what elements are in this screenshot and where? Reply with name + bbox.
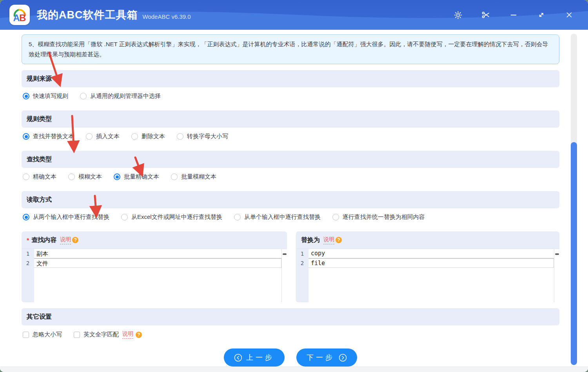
editor-scrollbar[interactable] xyxy=(554,249,559,302)
radio-selected-icon[interactable] xyxy=(23,133,29,140)
checkbox-icon[interactable] xyxy=(23,332,29,338)
replace-with-panel-header: 替换为 说明 ? xyxy=(296,231,559,249)
required-asterisk: * xyxy=(27,237,29,244)
radio-option-insert-text[interactable]: 插入文本 xyxy=(86,133,120,140)
svg-text:B: B xyxy=(19,13,26,23)
settings-icon[interactable] xyxy=(453,10,463,20)
radio-label: 批量精确文本 xyxy=(124,173,159,181)
radio-icon[interactable] xyxy=(131,133,138,140)
radio-icon[interactable] xyxy=(86,133,93,140)
radio-option-convert-case[interactable]: 转换字母大小写 xyxy=(177,133,228,140)
find-type-options: 精确文本 模糊文本 批量精确文本 批量模糊文本 xyxy=(22,168,559,185)
radio-option-delete-text[interactable]: 删除文本 xyxy=(131,133,165,140)
radio-label: 快速填写规则 xyxy=(33,92,68,100)
rule-type-options: 查找并替换文本 插入文本 删除文本 转换字母大小写 xyxy=(22,128,559,145)
radio-label: 从单个输入框中逐行查找替换 xyxy=(244,213,321,221)
svg-text:A: A xyxy=(13,13,20,23)
radio-label: 从Excel文件或网址中逐行查找替换 xyxy=(131,213,222,221)
rule-source-options: 快速填写规则 从通用的规则管理器中选择 xyxy=(22,87,559,105)
previous-step-button[interactable]: 上一步 xyxy=(224,349,285,367)
notice-box: 5、模糊查找功能采用「微软 .NET 正则表达式解析引擎」来实现，「正则表达式」… xyxy=(22,34,559,64)
app-title: 我的ABC软件工具箱 xyxy=(37,8,138,22)
radio-icon[interactable] xyxy=(234,214,241,220)
editor-panels-row: * 查找内容 说明 ? 1 2 副本 文件 xyxy=(22,231,559,302)
editor-scrollbar-thumb[interactable] xyxy=(555,253,559,255)
next-step-button[interactable]: 下一步 xyxy=(296,349,357,367)
window-controls xyxy=(453,10,579,20)
question-icon[interactable]: ? xyxy=(136,332,142,338)
find-content-help-link[interactable]: 说明 xyxy=(60,236,71,244)
radio-icon[interactable] xyxy=(80,93,87,99)
question-icon[interactable]: ? xyxy=(336,237,342,243)
chevron-right-circle-icon xyxy=(339,354,347,362)
section-header-rule-type: 规则类型 xyxy=(22,110,559,128)
radio-selected-icon[interactable] xyxy=(23,93,29,99)
radio-option-find-replace-text[interactable]: 查找并替换文本 xyxy=(23,133,74,140)
radio-selected-icon[interactable] xyxy=(23,214,29,220)
replace-with-help-link[interactable]: 说明 xyxy=(323,236,334,244)
page-scrollbar-thumb[interactable] xyxy=(571,142,577,365)
app-window: A B 我的ABC软件工具箱 WodeABC v6.39.0 xyxy=(0,0,588,372)
question-icon[interactable]: ? xyxy=(72,237,78,243)
radio-option-replace-same-content[interactable]: 逐行查找并统一替换为相同内容 xyxy=(332,213,425,221)
checkbox-label: 英文全字匹配 xyxy=(83,331,119,338)
radio-label: 删除文本 xyxy=(142,133,165,140)
radio-option-batch-exact-text[interactable]: 批量精确文本 xyxy=(114,173,159,181)
main-content: 5、模糊查找功能采用「微软 .NET 正则表达式解析引擎」来实现，「正则表达式」… xyxy=(0,30,588,367)
radio-label: 转换字母大小写 xyxy=(187,133,228,140)
minimize-icon[interactable] xyxy=(509,10,518,20)
checkbox-icon[interactable] xyxy=(74,332,80,338)
editor-line[interactable]: 副本 xyxy=(34,249,281,258)
checkbox-label: 忽略大小写 xyxy=(33,331,62,338)
radio-selected-icon[interactable] xyxy=(114,173,120,180)
find-content-text-area[interactable]: 副本 文件 xyxy=(34,249,281,302)
editor-scrollbar[interactable] xyxy=(281,249,287,302)
line-number-gutter: 1 2 xyxy=(296,249,309,302)
line-number-gutter: 1 2 xyxy=(22,249,34,302)
editor-line[interactable]: file xyxy=(309,258,554,268)
radio-option-quick-fill-rule[interactable]: 快速填写规则 xyxy=(23,92,68,100)
checkbox-option-ignore-case[interactable]: 忽略大小写 xyxy=(23,331,62,338)
checkbox-option-whole-word-match[interactable]: 英文全字匹配 说明 ? xyxy=(74,330,142,339)
radio-icon[interactable] xyxy=(177,133,183,140)
whole-word-help-link[interactable]: 说明 xyxy=(122,330,133,339)
radio-option-exact-text[interactable]: 精确文本 xyxy=(23,173,56,181)
radio-label: 从通用的规则管理器中选择 xyxy=(90,92,161,100)
radio-option-single-input-box[interactable]: 从单个输入框中逐行查找替换 xyxy=(234,213,321,221)
replace-with-text-area[interactable]: copy file xyxy=(309,249,554,302)
find-content-editor[interactable]: 1 2 副本 文件 xyxy=(22,249,287,302)
radio-option-two-input-boxes[interactable]: 从两个输入框中逐行查找替换 xyxy=(23,213,109,221)
section-header-other-settings: 其它设置 xyxy=(22,308,559,325)
radio-option-from-rule-manager[interactable]: 从通用的规则管理器中选择 xyxy=(80,92,161,100)
radio-icon[interactable] xyxy=(68,173,75,180)
replace-with-editor[interactable]: 1 2 copy file xyxy=(296,249,559,302)
editor-line[interactable]: 文件 xyxy=(34,258,281,268)
editor-scrollbar-thumb[interactable] xyxy=(283,253,287,255)
radio-option-fuzzy-text[interactable]: 模糊文本 xyxy=(68,173,102,181)
section-header-find-type: 查找类型 xyxy=(22,151,559,168)
find-content-panel-header: * 查找内容 说明 ? xyxy=(22,231,287,249)
radio-label: 批量模糊文本 xyxy=(181,173,216,181)
radio-label: 模糊文本 xyxy=(78,173,102,181)
find-content-title: 查找内容 xyxy=(31,236,56,244)
page-scrollbar-track[interactable] xyxy=(571,34,577,365)
editor-line[interactable]: copy xyxy=(309,249,554,258)
radio-label: 精确文本 xyxy=(33,173,56,181)
radio-option-excel-or-url[interactable]: 从Excel文件或网址中逐行查找替换 xyxy=(121,213,222,221)
radio-option-batch-fuzzy-text[interactable]: 批量模糊文本 xyxy=(171,173,216,181)
radio-icon[interactable] xyxy=(121,214,128,220)
radio-icon[interactable] xyxy=(23,173,29,180)
close-icon[interactable] xyxy=(564,10,574,20)
radio-label: 从两个输入框中逐行查找替换 xyxy=(33,213,109,221)
other-settings-options: 忽略大小写 英文全字匹配 说明 ? xyxy=(22,325,559,343)
radio-icon[interactable] xyxy=(332,214,339,220)
section-header-rule-source: 规则来源 xyxy=(22,70,559,87)
chevron-left-circle-icon xyxy=(234,354,242,362)
radio-icon[interactable] xyxy=(171,173,178,180)
wizard-footer: 上一步 下一步 xyxy=(22,349,559,367)
next-step-label: 下一步 xyxy=(307,353,335,362)
section-header-read-mode: 读取方式 xyxy=(22,191,559,208)
read-mode-options: 从两个输入框中逐行查找替换 从Excel文件或网址中逐行查找替换 从单个输入框中… xyxy=(22,208,559,226)
maximize-icon[interactable] xyxy=(537,10,546,20)
scissors-icon[interactable] xyxy=(481,10,490,20)
